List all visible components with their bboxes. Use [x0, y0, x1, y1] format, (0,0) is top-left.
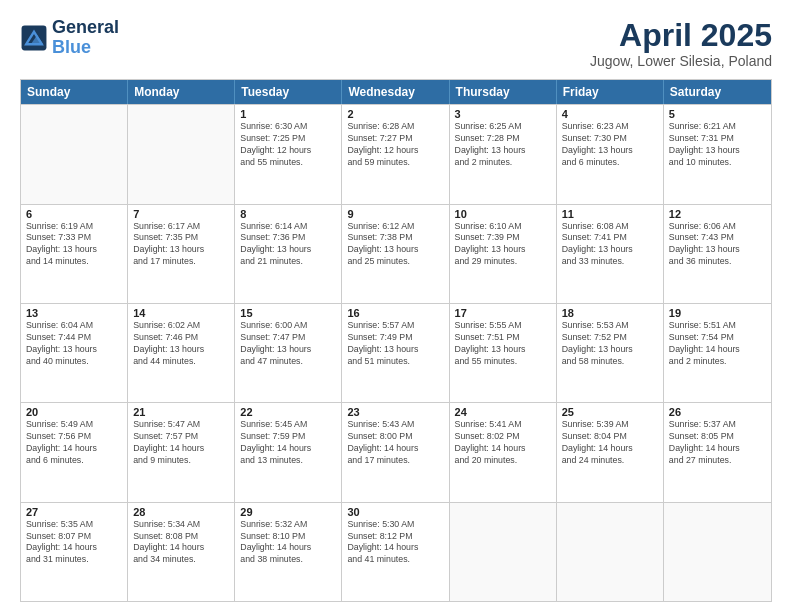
location-subtitle: Jugow, Lower Silesia, Poland	[590, 53, 772, 69]
day-number: 4	[562, 108, 658, 120]
day-info: Sunrise: 6:19 AM Sunset: 7:33 PM Dayligh…	[26, 221, 122, 269]
day-info: Sunrise: 6:14 AM Sunset: 7:36 PM Dayligh…	[240, 221, 336, 269]
day-cell-12: 12Sunrise: 6:06 AM Sunset: 7:43 PM Dayli…	[664, 205, 771, 303]
day-info: Sunrise: 6:23 AM Sunset: 7:30 PM Dayligh…	[562, 121, 658, 169]
day-cell-28: 28Sunrise: 5:34 AM Sunset: 8:08 PM Dayli…	[128, 503, 235, 601]
day-number: 14	[133, 307, 229, 319]
day-cell-17: 17Sunrise: 5:55 AM Sunset: 7:51 PM Dayli…	[450, 304, 557, 402]
day-cell-1: 1Sunrise: 6:30 AM Sunset: 7:25 PM Daylig…	[235, 105, 342, 203]
day-number: 3	[455, 108, 551, 120]
day-info: Sunrise: 6:12 AM Sunset: 7:38 PM Dayligh…	[347, 221, 443, 269]
day-cell-4: 4Sunrise: 6:23 AM Sunset: 7:30 PM Daylig…	[557, 105, 664, 203]
weekday-header-friday: Friday	[557, 80, 664, 104]
day-info: Sunrise: 5:45 AM Sunset: 7:59 PM Dayligh…	[240, 419, 336, 467]
weekday-header-monday: Monday	[128, 80, 235, 104]
day-info: Sunrise: 5:57 AM Sunset: 7:49 PM Dayligh…	[347, 320, 443, 368]
day-cell-7: 7Sunrise: 6:17 AM Sunset: 7:35 PM Daylig…	[128, 205, 235, 303]
day-info: Sunrise: 6:04 AM Sunset: 7:44 PM Dayligh…	[26, 320, 122, 368]
day-cell-25: 25Sunrise: 5:39 AM Sunset: 8:04 PM Dayli…	[557, 403, 664, 501]
day-cell-24: 24Sunrise: 5:41 AM Sunset: 8:02 PM Dayli…	[450, 403, 557, 501]
day-cell-26: 26Sunrise: 5:37 AM Sunset: 8:05 PM Dayli…	[664, 403, 771, 501]
empty-cell-4-4	[450, 503, 557, 601]
header: GeneralBlue April 2025 Jugow, Lower Sile…	[20, 18, 772, 69]
empty-cell-4-6	[664, 503, 771, 601]
day-info: Sunrise: 6:10 AM Sunset: 7:39 PM Dayligh…	[455, 221, 551, 269]
weekday-header-wednesday: Wednesday	[342, 80, 449, 104]
calendar-row-0: 1Sunrise: 6:30 AM Sunset: 7:25 PM Daylig…	[21, 104, 771, 203]
day-info: Sunrise: 5:39 AM Sunset: 8:04 PM Dayligh…	[562, 419, 658, 467]
svg-rect-0	[22, 25, 47, 50]
day-cell-9: 9Sunrise: 6:12 AM Sunset: 7:38 PM Daylig…	[342, 205, 449, 303]
calendar-header: SundayMondayTuesdayWednesdayThursdayFrid…	[21, 80, 771, 104]
day-info: Sunrise: 5:51 AM Sunset: 7:54 PM Dayligh…	[669, 320, 766, 368]
day-info: Sunrise: 5:34 AM Sunset: 8:08 PM Dayligh…	[133, 519, 229, 567]
day-number: 29	[240, 506, 336, 518]
day-info: Sunrise: 5:47 AM Sunset: 7:57 PM Dayligh…	[133, 419, 229, 467]
title-section: April 2025 Jugow, Lower Silesia, Poland	[590, 18, 772, 69]
day-cell-14: 14Sunrise: 6:02 AM Sunset: 7:46 PM Dayli…	[128, 304, 235, 402]
day-number: 18	[562, 307, 658, 319]
day-info: Sunrise: 6:28 AM Sunset: 7:27 PM Dayligh…	[347, 121, 443, 169]
day-info: Sunrise: 5:53 AM Sunset: 7:52 PM Dayligh…	[562, 320, 658, 368]
day-number: 27	[26, 506, 122, 518]
day-cell-5: 5Sunrise: 6:21 AM Sunset: 7:31 PM Daylig…	[664, 105, 771, 203]
calendar-body: 1Sunrise: 6:30 AM Sunset: 7:25 PM Daylig…	[21, 104, 771, 601]
day-cell-20: 20Sunrise: 5:49 AM Sunset: 7:56 PM Dayli…	[21, 403, 128, 501]
day-number: 23	[347, 406, 443, 418]
day-number: 9	[347, 208, 443, 220]
day-info: Sunrise: 6:06 AM Sunset: 7:43 PM Dayligh…	[669, 221, 766, 269]
day-cell-8: 8Sunrise: 6:14 AM Sunset: 7:36 PM Daylig…	[235, 205, 342, 303]
day-number: 13	[26, 307, 122, 319]
day-cell-15: 15Sunrise: 6:00 AM Sunset: 7:47 PM Dayli…	[235, 304, 342, 402]
day-number: 2	[347, 108, 443, 120]
logo: GeneralBlue	[20, 18, 119, 58]
empty-cell-0-1	[128, 105, 235, 203]
page: GeneralBlue April 2025 Jugow, Lower Sile…	[0, 0, 792, 612]
day-number: 7	[133, 208, 229, 220]
calendar-row-4: 27Sunrise: 5:35 AM Sunset: 8:07 PM Dayli…	[21, 502, 771, 601]
day-number: 25	[562, 406, 658, 418]
day-number: 28	[133, 506, 229, 518]
day-cell-18: 18Sunrise: 5:53 AM Sunset: 7:52 PM Dayli…	[557, 304, 664, 402]
day-number: 12	[669, 208, 766, 220]
day-info: Sunrise: 6:02 AM Sunset: 7:46 PM Dayligh…	[133, 320, 229, 368]
day-cell-19: 19Sunrise: 5:51 AM Sunset: 7:54 PM Dayli…	[664, 304, 771, 402]
day-number: 1	[240, 108, 336, 120]
calendar-row-2: 13Sunrise: 6:04 AM Sunset: 7:44 PM Dayli…	[21, 303, 771, 402]
day-info: Sunrise: 5:37 AM Sunset: 8:05 PM Dayligh…	[669, 419, 766, 467]
empty-cell-0-0	[21, 105, 128, 203]
day-number: 16	[347, 307, 443, 319]
day-info: Sunrise: 6:30 AM Sunset: 7:25 PM Dayligh…	[240, 121, 336, 169]
day-number: 10	[455, 208, 551, 220]
day-number: 11	[562, 208, 658, 220]
day-number: 8	[240, 208, 336, 220]
day-info: Sunrise: 5:41 AM Sunset: 8:02 PM Dayligh…	[455, 419, 551, 467]
day-number: 6	[26, 208, 122, 220]
day-info: Sunrise: 5:49 AM Sunset: 7:56 PM Dayligh…	[26, 419, 122, 467]
calendar: SundayMondayTuesdayWednesdayThursdayFrid…	[20, 79, 772, 602]
day-number: 26	[669, 406, 766, 418]
day-cell-23: 23Sunrise: 5:43 AM Sunset: 8:00 PM Dayli…	[342, 403, 449, 501]
calendar-row-1: 6Sunrise: 6:19 AM Sunset: 7:33 PM Daylig…	[21, 204, 771, 303]
day-cell-16: 16Sunrise: 5:57 AM Sunset: 7:49 PM Dayli…	[342, 304, 449, 402]
calendar-row-3: 20Sunrise: 5:49 AM Sunset: 7:56 PM Dayli…	[21, 402, 771, 501]
day-info: Sunrise: 5:35 AM Sunset: 8:07 PM Dayligh…	[26, 519, 122, 567]
day-info: Sunrise: 5:43 AM Sunset: 8:00 PM Dayligh…	[347, 419, 443, 467]
day-cell-11: 11Sunrise: 6:08 AM Sunset: 7:41 PM Dayli…	[557, 205, 664, 303]
day-info: Sunrise: 6:08 AM Sunset: 7:41 PM Dayligh…	[562, 221, 658, 269]
day-cell-13: 13Sunrise: 6:04 AM Sunset: 7:44 PM Dayli…	[21, 304, 128, 402]
day-cell-10: 10Sunrise: 6:10 AM Sunset: 7:39 PM Dayli…	[450, 205, 557, 303]
day-number: 30	[347, 506, 443, 518]
day-info: Sunrise: 6:00 AM Sunset: 7:47 PM Dayligh…	[240, 320, 336, 368]
logo-text: GeneralBlue	[52, 18, 119, 58]
day-info: Sunrise: 6:17 AM Sunset: 7:35 PM Dayligh…	[133, 221, 229, 269]
day-info: Sunrise: 5:55 AM Sunset: 7:51 PM Dayligh…	[455, 320, 551, 368]
day-cell-21: 21Sunrise: 5:47 AM Sunset: 7:57 PM Dayli…	[128, 403, 235, 501]
day-cell-30: 30Sunrise: 5:30 AM Sunset: 8:12 PM Dayli…	[342, 503, 449, 601]
day-number: 15	[240, 307, 336, 319]
weekday-header-thursday: Thursday	[450, 80, 557, 104]
day-number: 24	[455, 406, 551, 418]
weekday-header-saturday: Saturday	[664, 80, 771, 104]
day-number: 5	[669, 108, 766, 120]
day-info: Sunrise: 5:30 AM Sunset: 8:12 PM Dayligh…	[347, 519, 443, 567]
